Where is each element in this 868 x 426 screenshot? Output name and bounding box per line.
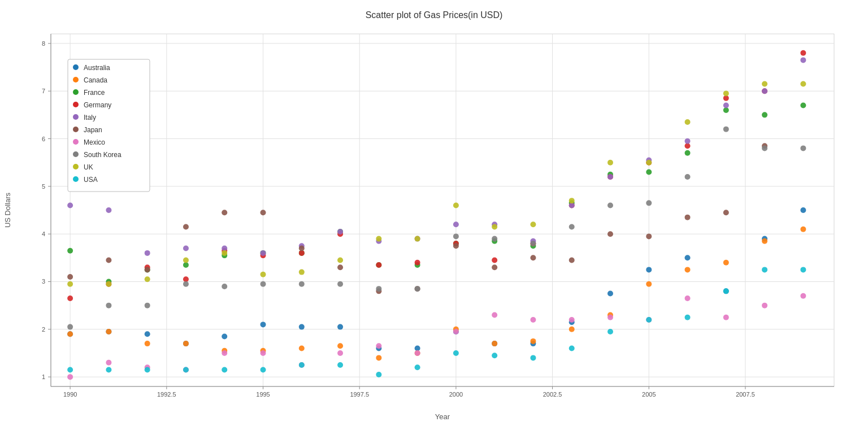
legend-label: Canada (84, 76, 107, 84)
data-point (67, 281, 73, 287)
data-point (337, 258, 343, 263)
data-point (183, 367, 189, 372)
data-point (337, 229, 343, 234)
data-point (492, 353, 497, 358)
data-point (106, 329, 111, 334)
data-point (183, 245, 189, 251)
data-point (145, 250, 150, 256)
data-point (800, 57, 806, 63)
data-point (800, 81, 806, 87)
data-point (800, 145, 806, 151)
data-point (67, 274, 73, 280)
legend-label: Germany (84, 101, 111, 109)
svg-text:6: 6 (42, 136, 45, 142)
data-point (800, 227, 806, 232)
legend-dot (73, 102, 79, 107)
data-point (723, 315, 729, 320)
data-point (299, 346, 305, 351)
data-point (530, 355, 536, 360)
data-point (685, 295, 691, 301)
data-point (183, 258, 189, 263)
data-point (492, 224, 497, 230)
data-point (106, 207, 111, 213)
chart-title: Scatter plot of Gas Prices(in USD) (366, 10, 503, 20)
data-point (685, 174, 691, 180)
data-point (762, 145, 767, 151)
legend-label: USA (84, 176, 98, 184)
data-point (67, 248, 73, 254)
data-point (723, 210, 729, 215)
data-point (685, 150, 691, 156)
legend-label: UK (84, 163, 93, 171)
data-point (183, 341, 189, 346)
data-point (106, 367, 111, 372)
data-point (106, 281, 111, 287)
data-point (685, 255, 691, 260)
data-point (607, 160, 613, 166)
data-point (800, 293, 806, 299)
y-axis-label: US Dollars (3, 192, 12, 228)
svg-text:1992.5: 1992.5 (157, 391, 176, 398)
data-point (530, 241, 536, 246)
data-point (337, 362, 343, 368)
svg-text:1997.5: 1997.5 (350, 391, 369, 398)
data-point (492, 341, 497, 346)
data-point (800, 50, 806, 56)
data-point (453, 221, 459, 227)
data-point (685, 315, 691, 320)
data-point (492, 312, 497, 318)
data-point (222, 350, 227, 356)
data-point (646, 267, 652, 272)
data-point (569, 258, 575, 263)
data-point (299, 245, 305, 251)
data-point (145, 276, 150, 282)
legend-label: South Korea (84, 151, 121, 159)
data-point (145, 267, 150, 272)
legend-label: Australia (84, 64, 110, 72)
data-point (261, 272, 266, 277)
data-point (145, 303, 150, 308)
data-point (723, 260, 729, 266)
legend-dot (73, 139, 79, 145)
svg-text:8: 8 (42, 40, 45, 47)
data-point (376, 236, 381, 242)
data-point (67, 295, 73, 301)
legend-dot (73, 114, 79, 120)
data-point (646, 160, 652, 166)
data-point (492, 236, 497, 242)
data-point (106, 360, 111, 366)
svg-text:2005: 2005 (642, 391, 656, 398)
data-point (337, 264, 343, 270)
data-point (762, 81, 767, 87)
legend-label: Mexico (84, 138, 105, 146)
data-point (67, 367, 73, 372)
data-point (607, 291, 613, 297)
data-point (261, 210, 266, 215)
data-point (800, 102, 806, 108)
svg-text:2000: 2000 (449, 391, 463, 398)
data-point (607, 315, 613, 320)
data-point (800, 267, 806, 272)
data-point (415, 236, 420, 242)
data-point (299, 281, 305, 287)
data-point (607, 231, 613, 237)
legend-dot (73, 64, 79, 70)
data-point (762, 238, 767, 244)
data-point (569, 346, 575, 351)
data-point (261, 321, 266, 327)
data-point (569, 317, 575, 323)
data-point (492, 258, 497, 263)
svg-text:2007.5: 2007.5 (736, 391, 755, 398)
data-point (299, 324, 305, 330)
data-point (299, 362, 305, 368)
data-point (415, 350, 420, 356)
data-point (261, 281, 266, 287)
data-point (646, 200, 652, 206)
data-point (685, 215, 691, 220)
data-point (376, 372, 381, 377)
data-point (685, 138, 691, 144)
data-point (67, 324, 73, 330)
data-point (685, 267, 691, 272)
data-point (337, 350, 343, 356)
data-point (607, 329, 613, 334)
